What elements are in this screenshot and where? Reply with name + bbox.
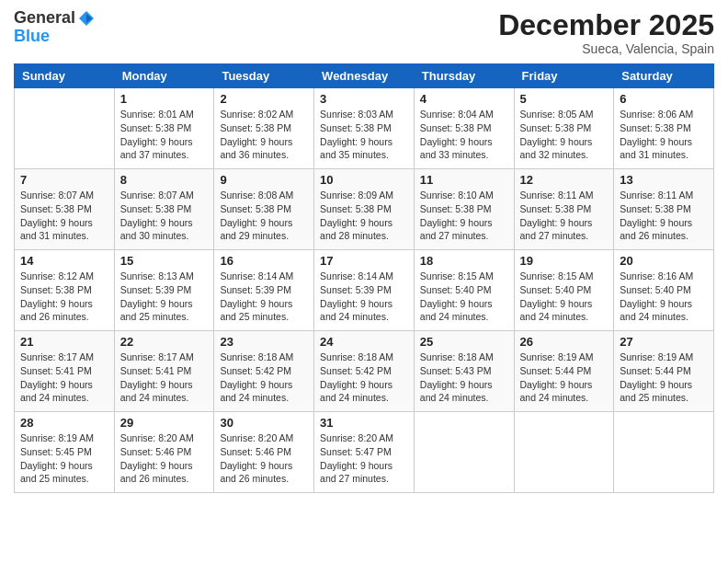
- day-number: 2: [220, 92, 308, 106]
- calendar-cell: 31Sunrise: 8:20 AMSunset: 5:47 PMDayligh…: [314, 412, 415, 493]
- day-info: Sunrise: 8:17 AMSunset: 5:41 PMDaylight:…: [20, 350, 108, 405]
- title-block: December 2025 Sueca, Valencia, Spain: [498, 9, 714, 56]
- day-number: 20: [620, 254, 708, 268]
- day-info: Sunrise: 8:11 AMSunset: 5:38 PMDaylight:…: [520, 189, 609, 243]
- day-number: 4: [420, 92, 508, 106]
- month-title: December 2025: [498, 9, 714, 41]
- day-number: 13: [620, 173, 708, 187]
- day-info: Sunrise: 8:15 AMSunset: 5:40 PMDaylight:…: [520, 270, 609, 324]
- location: Sueca, Valencia, Spain: [498, 41, 714, 56]
- calendar-cell: 29Sunrise: 8:20 AMSunset: 5:46 PMDayligh…: [114, 412, 214, 493]
- logo: General Blue: [14, 9, 96, 46]
- day-info: Sunrise: 8:06 AMSunset: 5:38 PMDaylight:…: [620, 108, 708, 162]
- day-number: 10: [320, 173, 408, 187]
- day-info: Sunrise: 8:20 AMSunset: 5:46 PMDaylight:…: [120, 431, 209, 486]
- day-number: 16: [220, 254, 308, 268]
- day-number: 23: [220, 335, 308, 349]
- calendar-cell: 24Sunrise: 8:18 AMSunset: 5:42 PMDayligh…: [314, 331, 415, 412]
- day-number: 8: [120, 173, 209, 187]
- day-info: Sunrise: 8:20 AMSunset: 5:46 PMDaylight:…: [220, 431, 308, 486]
- calendar-cell: 23Sunrise: 8:18 AMSunset: 5:42 PMDayligh…: [214, 331, 314, 412]
- day-info: Sunrise: 8:19 AMSunset: 5:44 PMDaylight:…: [620, 350, 708, 405]
- day-info: Sunrise: 8:18 AMSunset: 5:42 PMDaylight:…: [320, 350, 408, 405]
- day-info: Sunrise: 8:20 AMSunset: 5:47 PMDaylight:…: [320, 431, 408, 486]
- calendar-header-sunday: Sunday: [15, 64, 115, 88]
- day-number: 26: [520, 335, 609, 349]
- day-number: 11: [420, 173, 508, 187]
- logo-blue: Blue: [14, 28, 96, 46]
- calendar-cell: 12Sunrise: 8:11 AMSunset: 5:38 PMDayligh…: [514, 169, 614, 250]
- day-number: 21: [20, 335, 108, 349]
- calendar-cell: 22Sunrise: 8:17 AMSunset: 5:41 PMDayligh…: [114, 331, 214, 412]
- calendar-cell: 21Sunrise: 8:17 AMSunset: 5:41 PMDayligh…: [15, 331, 115, 412]
- day-number: 31: [320, 416, 408, 430]
- calendar-header-thursday: Thursday: [414, 64, 514, 88]
- day-info: Sunrise: 8:12 AMSunset: 5:38 PMDaylight:…: [20, 270, 108, 324]
- day-number: 24: [320, 335, 408, 349]
- calendar-week-1: 7Sunrise: 8:07 AMSunset: 5:38 PMDaylight…: [15, 169, 714, 250]
- calendar-header-row: SundayMondayTuesdayWednesdayThursdayFrid…: [15, 64, 714, 88]
- day-info: Sunrise: 8:18 AMSunset: 5:42 PMDaylight:…: [220, 350, 308, 405]
- day-info: Sunrise: 8:16 AMSunset: 5:40 PMDaylight:…: [620, 270, 708, 324]
- calendar-cell: 15Sunrise: 8:13 AMSunset: 5:39 PMDayligh…: [114, 250, 214, 331]
- calendar-cell: 19Sunrise: 8:15 AMSunset: 5:40 PMDayligh…: [514, 250, 614, 331]
- calendar-cell: 6Sunrise: 8:06 AMSunset: 5:38 PMDaylight…: [614, 88, 714, 169]
- day-info: Sunrise: 8:10 AMSunset: 5:38 PMDaylight:…: [420, 189, 508, 243]
- calendar-header-tuesday: Tuesday: [214, 64, 314, 88]
- day-info: Sunrise: 8:07 AMSunset: 5:38 PMDaylight:…: [120, 189, 209, 243]
- day-number: 12: [520, 173, 609, 187]
- day-number: 25: [420, 335, 508, 349]
- calendar-cell: 5Sunrise: 8:05 AMSunset: 5:38 PMDaylight…: [514, 88, 614, 169]
- calendar-cell: 7Sunrise: 8:07 AMSunset: 5:38 PMDaylight…: [15, 169, 115, 250]
- calendar-week-4: 28Sunrise: 8:19 AMSunset: 5:45 PMDayligh…: [15, 412, 714, 493]
- day-info: Sunrise: 8:02 AMSunset: 5:38 PMDaylight:…: [220, 108, 308, 162]
- calendar-cell: 28Sunrise: 8:19 AMSunset: 5:45 PMDayligh…: [15, 412, 115, 493]
- calendar-cell: 13Sunrise: 8:11 AMSunset: 5:38 PMDayligh…: [614, 169, 714, 250]
- calendar-header-wednesday: Wednesday: [314, 64, 415, 88]
- calendar-cell: 26Sunrise: 8:19 AMSunset: 5:44 PMDayligh…: [514, 331, 614, 412]
- calendar-cell: 11Sunrise: 8:10 AMSunset: 5:38 PMDayligh…: [414, 169, 514, 250]
- day-number: 1: [120, 92, 209, 106]
- calendar-cell: 3Sunrise: 8:03 AMSunset: 5:38 PMDaylight…: [314, 88, 415, 169]
- calendar-cell: [614, 412, 714, 493]
- calendar-cell: 4Sunrise: 8:04 AMSunset: 5:38 PMDaylight…: [414, 88, 514, 169]
- calendar-week-0: 1Sunrise: 8:01 AMSunset: 5:38 PMDaylight…: [15, 88, 714, 169]
- day-number: 5: [520, 92, 609, 106]
- day-info: Sunrise: 8:01 AMSunset: 5:38 PMDaylight:…: [120, 108, 209, 162]
- calendar-header-saturday: Saturday: [614, 64, 714, 88]
- day-info: Sunrise: 8:15 AMSunset: 5:40 PMDaylight:…: [420, 270, 508, 324]
- day-info: Sunrise: 8:08 AMSunset: 5:38 PMDaylight:…: [220, 189, 308, 243]
- calendar-cell: 8Sunrise: 8:07 AMSunset: 5:38 PMDaylight…: [114, 169, 214, 250]
- day-info: Sunrise: 8:19 AMSunset: 5:44 PMDaylight:…: [520, 350, 609, 405]
- logo-icon: [77, 9, 96, 28]
- day-number: 28: [20, 416, 108, 430]
- calendar-cell: [414, 412, 514, 493]
- day-info: Sunrise: 8:14 AMSunset: 5:39 PMDaylight:…: [220, 270, 308, 324]
- day-number: 18: [420, 254, 508, 268]
- calendar-cell: 30Sunrise: 8:20 AMSunset: 5:46 PMDayligh…: [214, 412, 314, 493]
- day-number: 9: [220, 173, 308, 187]
- day-info: Sunrise: 8:03 AMSunset: 5:38 PMDaylight:…: [320, 108, 408, 162]
- day-number: 19: [520, 254, 609, 268]
- day-info: Sunrise: 8:14 AMSunset: 5:39 PMDaylight:…: [320, 270, 408, 324]
- day-number: 14: [20, 254, 108, 268]
- day-info: Sunrise: 8:05 AMSunset: 5:38 PMDaylight:…: [520, 108, 609, 162]
- calendar-cell: 18Sunrise: 8:15 AMSunset: 5:40 PMDayligh…: [414, 250, 514, 331]
- day-number: 3: [320, 92, 408, 106]
- calendar-cell: 2Sunrise: 8:02 AMSunset: 5:38 PMDaylight…: [214, 88, 314, 169]
- calendar-header-friday: Friday: [514, 64, 614, 88]
- day-info: Sunrise: 8:04 AMSunset: 5:38 PMDaylight:…: [420, 108, 508, 162]
- calendar-cell: 14Sunrise: 8:12 AMSunset: 5:38 PMDayligh…: [15, 250, 115, 331]
- day-number: 29: [120, 416, 209, 430]
- day-number: 6: [620, 92, 708, 106]
- calendar-cell: [514, 412, 614, 493]
- calendar-header-monday: Monday: [114, 64, 214, 88]
- day-number: 7: [20, 173, 108, 187]
- calendar-cell: 27Sunrise: 8:19 AMSunset: 5:44 PMDayligh…: [614, 331, 714, 412]
- calendar-cell: 17Sunrise: 8:14 AMSunset: 5:39 PMDayligh…: [314, 250, 415, 331]
- day-info: Sunrise: 8:13 AMSunset: 5:39 PMDaylight:…: [120, 270, 209, 324]
- day-info: Sunrise: 8:17 AMSunset: 5:41 PMDaylight:…: [120, 350, 209, 405]
- day-info: Sunrise: 8:09 AMSunset: 5:38 PMDaylight:…: [320, 189, 408, 243]
- day-number: 15: [120, 254, 209, 268]
- day-info: Sunrise: 8:18 AMSunset: 5:43 PMDaylight:…: [420, 350, 508, 405]
